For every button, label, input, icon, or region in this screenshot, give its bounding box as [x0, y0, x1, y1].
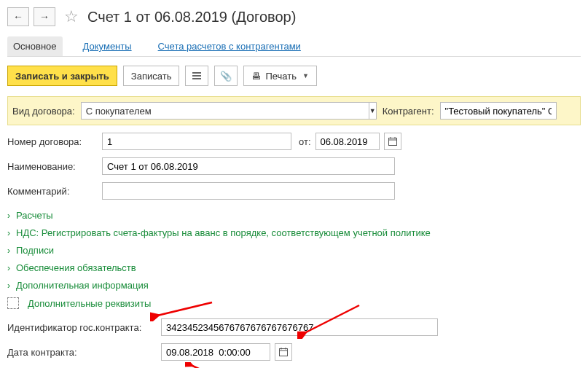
forward-button[interactable]: →: [34, 7, 55, 26]
section-addinfo[interactable]: ›Дополнительная информация: [7, 277, 581, 294]
chevron-right-icon: ›: [7, 263, 10, 273]
from-date-input[interactable]: [315, 133, 380, 150]
chevron-right-icon: ›: [7, 246, 10, 256]
contract-date-label: Дата контракта:: [7, 347, 157, 358]
chevron-down-icon: ▼: [302, 72, 309, 79]
name-input[interactable]: [102, 157, 395, 175]
from-date-picker[interactable]: [384, 133, 401, 150]
contract-type-value: С покупателем: [86, 106, 152, 117]
chevron-right-icon: ›: [7, 281, 10, 291]
attach-button[interactable]: 📎: [214, 66, 238, 86]
from-label: от:: [299, 136, 311, 147]
number-input[interactable]: [102, 133, 291, 150]
section-vat[interactable]: ›НДС: Регистрировать счета-фактуры на ав…: [7, 224, 581, 242]
tab-documents[interactable]: Документы: [77, 36, 138, 56]
contract-date-input[interactable]: [161, 343, 270, 361]
comment-input[interactable]: [102, 182, 395, 200]
svg-line-13: [191, 365, 232, 368]
back-button[interactable]: ←: [7, 7, 29, 26]
section-calc[interactable]: ›Расчеты: [7, 207, 581, 224]
contract-type-select[interactable]: С покупателем: [81, 102, 369, 120]
section-sign[interactable]: ›Подписи: [7, 242, 581, 259]
svg-line-12: [305, 305, 359, 333]
svg-rect-2: [192, 78, 201, 79]
counterparty-input[interactable]: [440, 102, 557, 120]
chevron-down-icon: ▼: [369, 107, 376, 114]
contract-type-label: Вид договора:: [12, 106, 75, 117]
page-title: Счет 1 от 06.08.2019 (Договор): [87, 9, 296, 26]
chevron-right-icon: ›: [7, 228, 10, 238]
annotation-arrow-icon: [185, 362, 236, 368]
list-icon: [192, 71, 202, 81]
arrow-left-icon: ←: [13, 11, 23, 23]
print-button[interactable]: 🖶 Печать ▼: [243, 66, 317, 86]
printer-icon: 🖶: [251, 71, 261, 82]
svg-rect-1: [192, 75, 201, 77]
gov-id-label: Идентификатор гос.контракта:: [7, 322, 157, 333]
contract-date-picker[interactable]: [275, 343, 292, 361]
svg-rect-8: [280, 349, 288, 356]
name-label: Наименование:: [7, 161, 98, 172]
star-icon[interactable]: ☆: [64, 7, 79, 26]
counterparty-label: Контрагент:: [383, 106, 434, 117]
annotation-arrow-icon: [150, 300, 216, 321]
chevron-right-icon: ›: [7, 211, 10, 221]
section-obl[interactable]: ›Обеспечения обязательств: [7, 259, 581, 277]
comment-label: Комментарий:: [7, 186, 98, 197]
arrow-right-icon: →: [39, 11, 50, 23]
paperclip-icon: 📎: [220, 71, 232, 82]
svg-line-7: [157, 302, 212, 316]
svg-rect-3: [388, 138, 396, 146]
annotation-arrow-icon: [297, 302, 363, 339]
save-close-button[interactable]: Записать и закрыть: [7, 66, 117, 86]
list-button[interactable]: [185, 66, 208, 86]
number-label: Номер договора:: [7, 136, 98, 147]
print-label: Печать: [265, 71, 297, 82]
svg-rect-0: [192, 72, 201, 74]
save-button[interactable]: Записать: [123, 66, 180, 86]
tab-settlements[interactable]: Счета расчетов с контрагентами: [152, 36, 307, 56]
calendar-icon: [279, 348, 288, 356]
tab-main[interactable]: Основное: [7, 36, 63, 56]
contract-type-dropdown[interactable]: ▼: [369, 102, 377, 120]
calendar-icon: [388, 137, 397, 146]
checkbox-icon: [7, 297, 19, 309]
section-addreq[interactable]: Дополнительные реквизиты: [7, 294, 581, 313]
